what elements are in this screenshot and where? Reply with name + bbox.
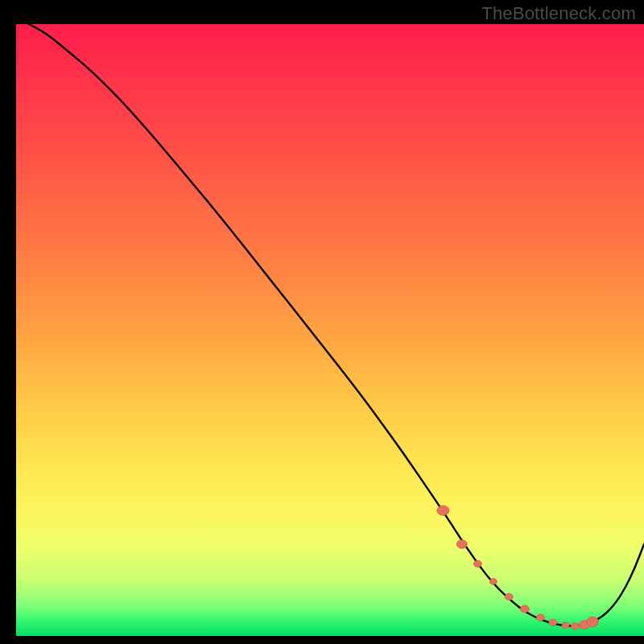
gradient-panel (16, 24, 644, 636)
highlight-dot (587, 617, 599, 626)
highlight-dot (473, 560, 481, 567)
highlight-dot (571, 623, 579, 630)
chart-svg (0, 0, 644, 644)
highlight-dot (489, 579, 497, 584)
highlight-dot (549, 619, 557, 625)
highlight-dot (562, 622, 569, 628)
highlight-dot (505, 593, 513, 600)
highlight-dot (456, 540, 467, 549)
highlight-dot (520, 605, 529, 613)
chart-stage: TheBottleneck.com (0, 0, 644, 644)
highlight-dot (536, 614, 544, 621)
watermark-text: TheBottleneck.com (481, 3, 636, 24)
highlight-dot (437, 506, 449, 515)
